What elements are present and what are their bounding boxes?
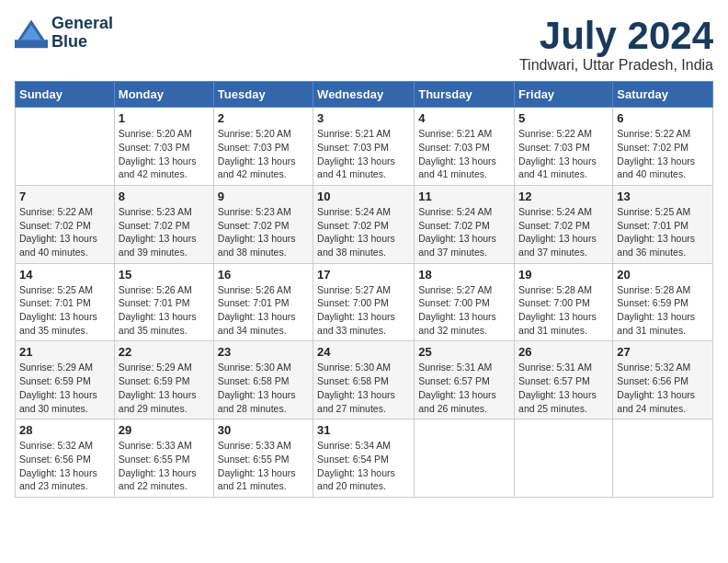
day-number: 1	[119, 111, 210, 125]
day-info: Sunrise: 5:22 AMSunset: 7:02 PMDaylight:…	[19, 205, 110, 259]
day-number: 9	[218, 190, 309, 203]
calendar-cell: 26Sunrise: 5:31 AMSunset: 6:57 PMDayligh…	[515, 341, 613, 419]
logo-text: General Blue	[51, 15, 113, 52]
day-info: Sunrise: 5:31 AMSunset: 6:57 PMDaylight:…	[418, 361, 510, 415]
day-info: Sunrise: 5:22 AMSunset: 7:03 PMDaylight:…	[518, 127, 609, 181]
day-number: 24	[317, 345, 410, 359]
calendar-cell: 11Sunrise: 5:24 AMSunset: 7:02 PMDayligh…	[415, 185, 515, 263]
day-number: 4	[418, 111, 510, 125]
day-info: Sunrise: 5:32 AMSunset: 6:56 PMDaylight:…	[617, 361, 709, 415]
weekday-header: Sunday	[16, 82, 115, 108]
day-number: 12	[518, 190, 609, 203]
calendar-cell: 28Sunrise: 5:32 AMSunset: 6:56 PMDayligh…	[16, 419, 115, 498]
day-number: 2	[218, 111, 309, 125]
day-number: 20	[617, 268, 709, 282]
title-area: July 2024 Tindwari, Uttar Pradesh, India	[519, 15, 713, 74]
calendar-cell: 30Sunrise: 5:33 AMSunset: 6:55 PMDayligh…	[213, 419, 313, 498]
day-number: 15	[119, 268, 210, 282]
calendar-cell: 16Sunrise: 5:26 AMSunset: 7:01 PMDayligh…	[213, 263, 313, 341]
day-number: 14	[19, 268, 110, 282]
day-info: Sunrise: 5:25 AMSunset: 7:01 PMDaylight:…	[19, 283, 110, 338]
day-number: 17	[317, 268, 410, 282]
day-info: Sunrise: 5:20 AMSunset: 7:03 PMDaylight:…	[218, 127, 309, 181]
calendar-cell: 31Sunrise: 5:34 AMSunset: 6:54 PMDayligh…	[313, 419, 415, 498]
day-info: Sunrise: 5:21 AMSunset: 7:03 PMDaylight:…	[317, 127, 410, 181]
day-number: 16	[218, 268, 309, 282]
calendar-cell: 5Sunrise: 5:22 AMSunset: 7:03 PMDaylight…	[515, 108, 613, 186]
day-info: Sunrise: 5:23 AMSunset: 7:02 PMDaylight:…	[218, 205, 309, 259]
location-title: Tindwari, Uttar Pradesh, India	[519, 57, 713, 74]
calendar-cell	[515, 419, 613, 498]
calendar-week-row: 14Sunrise: 5:25 AMSunset: 7:01 PMDayligh…	[16, 263, 713, 341]
calendar-cell: 27Sunrise: 5:32 AMSunset: 6:56 PMDayligh…	[613, 341, 713, 419]
day-info: Sunrise: 5:24 AMSunset: 7:02 PMDaylight:…	[518, 205, 609, 259]
day-number: 23	[218, 345, 309, 359]
day-info: Sunrise: 5:33 AMSunset: 6:55 PMDaylight:…	[218, 439, 309, 493]
day-number: 11	[418, 190, 510, 203]
day-number: 3	[317, 111, 410, 125]
calendar-cell: 7Sunrise: 5:22 AMSunset: 7:02 PMDaylight…	[16, 185, 115, 263]
day-info: Sunrise: 5:24 AMSunset: 7:02 PMDaylight:…	[317, 205, 410, 259]
calendar-cell: 6Sunrise: 5:22 AMSunset: 7:02 PMDaylight…	[613, 108, 713, 186]
day-info: Sunrise: 5:29 AMSunset: 6:59 PMDaylight:…	[119, 361, 210, 415]
weekday-header: Thursday	[415, 82, 515, 108]
day-number: 22	[119, 345, 210, 359]
calendar-cell: 21Sunrise: 5:29 AMSunset: 6:59 PMDayligh…	[16, 341, 115, 419]
calendar-cell: 18Sunrise: 5:27 AMSunset: 7:00 PMDayligh…	[415, 263, 515, 341]
day-info: Sunrise: 5:26 AMSunset: 7:01 PMDaylight:…	[218, 283, 309, 338]
calendar-cell: 9Sunrise: 5:23 AMSunset: 7:02 PMDaylight…	[213, 185, 313, 263]
day-info: Sunrise: 5:27 AMSunset: 7:00 PMDaylight:…	[317, 283, 410, 338]
calendar-week-row: 21Sunrise: 5:29 AMSunset: 6:59 PMDayligh…	[16, 341, 713, 419]
weekday-header: Saturday	[613, 82, 713, 108]
day-info: Sunrise: 5:20 AMSunset: 7:03 PMDaylight:…	[119, 127, 210, 181]
calendar-cell: 13Sunrise: 5:25 AMSunset: 7:01 PMDayligh…	[613, 185, 713, 263]
logo-icon	[15, 17, 48, 50]
day-info: Sunrise: 5:31 AMSunset: 6:57 PMDaylight:…	[518, 361, 609, 415]
calendar-cell: 2Sunrise: 5:20 AMSunset: 7:03 PMDaylight…	[213, 108, 313, 186]
day-info: Sunrise: 5:23 AMSunset: 7:02 PMDaylight:…	[119, 205, 210, 259]
day-info: Sunrise: 5:32 AMSunset: 6:56 PMDaylight:…	[19, 439, 110, 493]
calendar-cell: 22Sunrise: 5:29 AMSunset: 6:59 PMDayligh…	[114, 341, 213, 419]
calendar-cell: 15Sunrise: 5:26 AMSunset: 7:01 PMDayligh…	[114, 263, 213, 341]
weekday-header: Tuesday	[213, 82, 313, 108]
svg-rect-2	[15, 40, 48, 48]
day-info: Sunrise: 5:29 AMSunset: 6:59 PMDaylight:…	[19, 361, 110, 415]
day-info: Sunrise: 5:27 AMSunset: 7:00 PMDaylight:…	[418, 283, 510, 338]
day-number: 18	[418, 268, 510, 282]
calendar-cell: 17Sunrise: 5:27 AMSunset: 7:00 PMDayligh…	[313, 263, 415, 341]
header: General Blue July 2024 Tindwari, Uttar P…	[15, 15, 713, 74]
calendar-cell: 23Sunrise: 5:30 AMSunset: 6:58 PMDayligh…	[213, 341, 313, 419]
calendar-cell: 4Sunrise: 5:21 AMSunset: 7:03 PMDaylight…	[415, 108, 515, 186]
day-number: 27	[617, 345, 709, 359]
calendar-cell: 12Sunrise: 5:24 AMSunset: 7:02 PMDayligh…	[515, 185, 613, 263]
day-number: 10	[317, 190, 410, 203]
calendar-cell	[415, 419, 515, 498]
calendar-cell: 25Sunrise: 5:31 AMSunset: 6:57 PMDayligh…	[415, 341, 515, 419]
calendar-cell: 24Sunrise: 5:30 AMSunset: 6:58 PMDayligh…	[313, 341, 415, 419]
weekday-header: Friday	[515, 82, 613, 108]
day-number: 13	[617, 190, 709, 203]
day-info: Sunrise: 5:26 AMSunset: 7:01 PMDaylight:…	[119, 283, 210, 338]
calendar-week-row: 7Sunrise: 5:22 AMSunset: 7:02 PMDaylight…	[16, 185, 713, 263]
calendar-cell: 3Sunrise: 5:21 AMSunset: 7:03 PMDaylight…	[313, 108, 415, 186]
day-number: 21	[19, 345, 110, 359]
day-number: 5	[518, 111, 609, 125]
day-number: 6	[617, 111, 709, 125]
calendar-cell: 29Sunrise: 5:33 AMSunset: 6:55 PMDayligh…	[114, 419, 213, 498]
day-info: Sunrise: 5:25 AMSunset: 7:01 PMDaylight:…	[617, 205, 709, 259]
day-info: Sunrise: 5:28 AMSunset: 7:00 PMDaylight:…	[518, 283, 609, 338]
day-info: Sunrise: 5:21 AMSunset: 7:03 PMDaylight:…	[418, 127, 510, 181]
day-info: Sunrise: 5:22 AMSunset: 7:02 PMDaylight:…	[617, 127, 709, 181]
day-number: 29	[119, 423, 210, 437]
calendar-cell	[613, 419, 713, 498]
calendar-cell: 19Sunrise: 5:28 AMSunset: 7:00 PMDayligh…	[515, 263, 613, 341]
logo: General Blue	[15, 15, 113, 52]
day-info: Sunrise: 5:30 AMSunset: 6:58 PMDaylight:…	[317, 361, 410, 415]
day-number: 30	[218, 423, 309, 437]
day-info: Sunrise: 5:33 AMSunset: 6:55 PMDaylight:…	[119, 439, 210, 493]
calendar-cell: 10Sunrise: 5:24 AMSunset: 7:02 PMDayligh…	[313, 185, 415, 263]
day-info: Sunrise: 5:30 AMSunset: 6:58 PMDaylight:…	[218, 361, 309, 415]
calendar-cell: 1Sunrise: 5:20 AMSunset: 7:03 PMDaylight…	[114, 108, 213, 186]
weekday-header-row: SundayMondayTuesdayWednesdayThursdayFrid…	[16, 82, 713, 108]
calendar-cell: 20Sunrise: 5:28 AMSunset: 6:59 PMDayligh…	[613, 263, 713, 341]
